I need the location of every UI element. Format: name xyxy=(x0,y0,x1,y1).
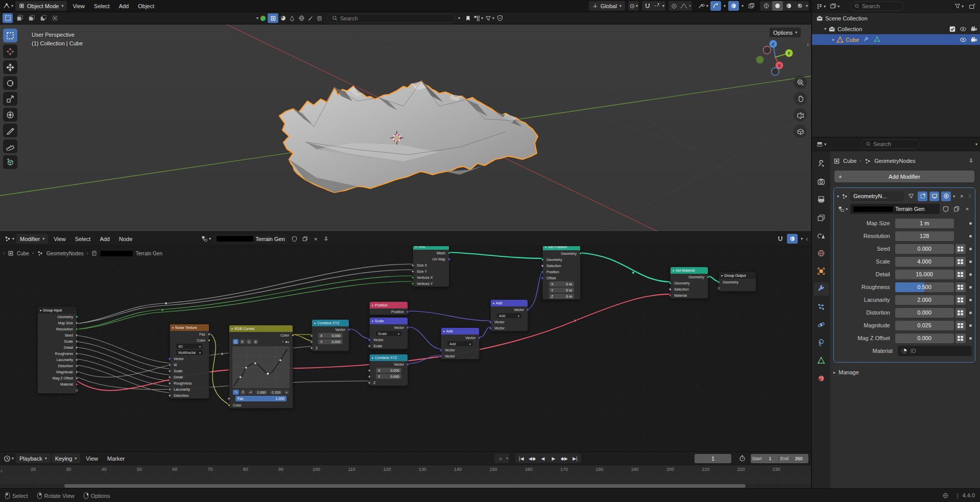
add-modifier-button[interactable]: + Add Modifier xyxy=(834,171,974,182)
input-attribute-toggle[interactable] xyxy=(955,295,966,305)
socket[interactable] xyxy=(541,258,544,261)
select-mode-4[interactable] xyxy=(50,13,60,23)
proportional-edit-controls[interactable]: ▾ xyxy=(668,1,692,11)
socket[interactable] xyxy=(411,270,414,273)
pin-icon[interactable] xyxy=(966,156,975,165)
mode-dropdown[interactable]: Object Mode ▾ xyxy=(15,1,67,11)
show-overlays-toggle[interactable] xyxy=(728,1,739,11)
node-header[interactable]: ▾Add xyxy=(491,300,528,306)
nodegroup-browse-dropdown[interactable]: ▾ xyxy=(837,204,849,214)
camera-toggle[interactable] xyxy=(970,36,977,43)
node-tree-type-dropdown[interactable]: Modifier▾ xyxy=(16,234,48,244)
properties-editor[interactable]: ▾ Search ▾ Cube › GeometryNodes xyxy=(812,137,980,488)
show-gizmo-toggle[interactable] xyxy=(710,1,721,11)
annotate-tool[interactable] xyxy=(3,124,17,137)
breadcrumb-modifier[interactable]: GeometryNodes xyxy=(874,158,915,164)
node-combine-xyz-2[interactable]: ▾Combine XYZVectorX0.000Y0.000Z xyxy=(369,354,408,386)
socket[interactable] xyxy=(292,334,294,337)
node-combine-xyz-1[interactable]: ▾Combine XYZVectorX0.000Y0.000Z xyxy=(312,319,349,351)
timeline-scrollbar[interactable] xyxy=(64,484,746,488)
outliner-row-collection[interactable]: ▾Collection xyxy=(812,23,980,34)
shading-solid-button[interactable] xyxy=(772,1,783,11)
prop-value-field[interactable]: 0.000 xyxy=(895,244,954,254)
socket[interactable] xyxy=(439,354,442,357)
chevron-down-icon[interactable]: ▾ xyxy=(458,16,460,20)
socket[interactable] xyxy=(76,383,78,386)
select-mode-1[interactable] xyxy=(14,13,25,23)
magnet-icon[interactable] xyxy=(643,2,652,11)
outliner-search-input[interactable]: Search xyxy=(850,2,904,11)
new-collection-button[interactable] xyxy=(967,2,977,11)
outliner-row-cube[interactable]: ▸Cube xyxy=(812,34,980,45)
sidebar-collapse-chevron[interactable]: ‹ xyxy=(806,235,808,243)
animate-dot[interactable] xyxy=(969,222,972,225)
properties-tab-tool[interactable] xyxy=(814,157,829,171)
properties-tab-world[interactable] xyxy=(814,247,829,260)
cursor-tool[interactable] xyxy=(3,44,17,58)
value-field-x[interactable]: X0.000 xyxy=(376,368,401,373)
properties-tab-physics[interactable] xyxy=(814,318,829,331)
pin-icon[interactable] xyxy=(321,234,330,244)
timeline-editor[interactable]: ▾ Playback ▾Keying ▾ ViewMarker ○ ▾ |◀◀◆… xyxy=(0,451,811,488)
properties-tab-object[interactable] xyxy=(814,265,829,278)
timeline-menu-view[interactable]: View xyxy=(81,453,103,464)
select-box-tool[interactable] xyxy=(3,29,17,42)
fake-user-shield-icon[interactable] xyxy=(290,234,299,244)
menu-object[interactable]: Object xyxy=(133,1,159,11)
clipboard-icon[interactable] xyxy=(315,14,324,23)
animate-dot[interactable] xyxy=(969,286,972,289)
camera-view-button[interactable] xyxy=(794,108,807,122)
input-attribute-toggle[interactable] xyxy=(955,321,966,330)
input-attribute-toggle[interactable] xyxy=(955,282,966,292)
node-group-name-field[interactable]: Terrain Gen xyxy=(213,234,288,244)
node-rgb-curves[interactable]: ▾RGB CurvesColorCRGB◔ ● ▾∿⋀⋌0.6890.339×F… xyxy=(229,325,293,409)
timeline-menu-marker[interactable]: Marker xyxy=(103,453,129,464)
value-field-y[interactable]: Y0.000 xyxy=(376,374,401,379)
node-snap-magnet-icon[interactable] xyxy=(775,234,786,244)
channel-g[interactable]: G xyxy=(246,339,252,344)
jump-to-start-button[interactable]: |◀ xyxy=(516,454,527,463)
unlink-x-icon[interactable]: × xyxy=(311,234,320,244)
node-vector-add-1[interactable]: ▾AddVectorAdd▾VectorVector xyxy=(441,327,480,360)
brush-icon[interactable] xyxy=(306,14,315,23)
outliner-item-label[interactable]: Collection xyxy=(838,26,862,32)
animate-dot[interactable] xyxy=(969,273,972,276)
zoom-button[interactable] xyxy=(794,76,807,89)
end-value-field[interactable]: 250 xyxy=(790,454,807,463)
node-header[interactable]: ▾Combine XYZ xyxy=(312,320,349,326)
node-header[interactable]: ▾Add xyxy=(441,328,479,334)
show-visibility-dropdown[interactable]: ▾ xyxy=(697,1,709,11)
input-attribute-toggle[interactable] xyxy=(955,333,966,343)
outliner-item-label[interactable]: Scene Collection xyxy=(825,15,868,21)
pan-hand-button[interactable] xyxy=(794,92,807,105)
snap-hierarchy-icon[interactable]: ▾ xyxy=(472,13,484,23)
select-mode-3[interactable] xyxy=(38,13,48,23)
shield-check-icon[interactable] xyxy=(495,14,505,23)
breadcrumb-nodegroup[interactable]: Terrain Gen xyxy=(136,251,162,256)
socket[interactable] xyxy=(718,287,720,290)
modifier-editmode-toggle[interactable] xyxy=(918,192,927,201)
transform-tool[interactable] xyxy=(3,108,17,122)
breadcrumb-object[interactable]: Cube xyxy=(843,158,856,164)
dropdown-add[interactable]: Add▾ xyxy=(497,313,521,318)
droplet-icon[interactable] xyxy=(288,14,297,23)
filter-image-dropdown[interactable]: ▾ xyxy=(829,2,841,11)
value-field-x[interactable]: X0 m xyxy=(549,281,574,286)
prop-value-field[interactable]: 1 m xyxy=(895,219,954,228)
socket[interactable] xyxy=(310,334,313,337)
prop-value-field[interactable]: 0.000 xyxy=(895,333,954,343)
select-mode-2[interactable] xyxy=(26,13,36,23)
shading-rendered-button[interactable] xyxy=(795,1,805,11)
matcap-sphere-icon[interactable] xyxy=(258,14,268,23)
nodegroup-name-field[interactable]: Terrain Gen xyxy=(850,204,940,214)
scale-tool[interactable] xyxy=(3,92,17,106)
input-attribute-toggle[interactable] xyxy=(955,244,966,254)
node-menu-select[interactable]: Select xyxy=(70,234,95,244)
node-header[interactable]: ▾Group Input xyxy=(38,307,77,314)
socket[interactable] xyxy=(168,375,171,378)
prop-value-field[interactable]: 0.025 xyxy=(895,321,954,330)
menu-select[interactable]: Select xyxy=(89,1,114,11)
timeline-menu-keying[interactable]: Keying ▾ xyxy=(52,453,81,463)
transform-orientation-dropdown[interactable]: Global ▾ xyxy=(589,1,625,11)
navigation-gizmo[interactable]: ZYX xyxy=(752,34,798,80)
